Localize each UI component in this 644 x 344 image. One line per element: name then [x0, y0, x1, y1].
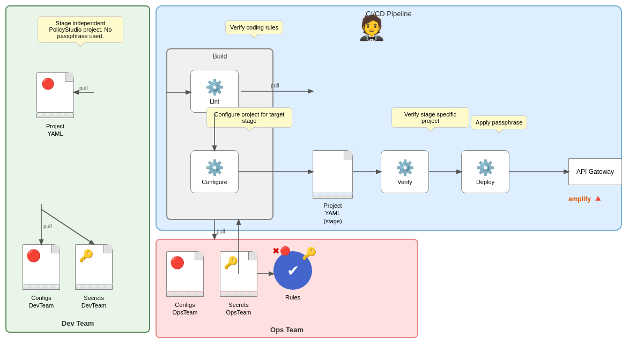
- deploy-process: ⚙️ Deploy: [461, 150, 509, 193]
- verify-gear-icon: ⚙️: [396, 159, 414, 177]
- configs-devteam-label: ConfigsDevTeam: [23, 294, 60, 310]
- jenkins-icon: 🤵: [357, 13, 387, 42]
- ops-team-label: Ops Team: [270, 326, 304, 334]
- callout-verify-stage: Verify stage specific project: [391, 107, 469, 128]
- rules-label: Rules: [273, 294, 312, 301]
- verify-process: ⚙️ Verify: [381, 150, 429, 193]
- build-label: Build: [213, 53, 227, 60]
- secrets-devteam-label: SecretsDevTeam: [75, 294, 113, 310]
- configs-opsteam-doc: 🔴 ConfigsOpsTeam: [166, 251, 204, 317]
- configs-devteam-doc: 🔴 ConfigsDevTeam: [23, 244, 60, 310]
- project-yaml-doc: ● 🔴 ProjectYAML: [36, 72, 74, 138]
- callout-stage-independent: Stage independent PolicyStudio project. …: [38, 16, 123, 43]
- diagram-container: Dev Team CI/CD Pipeline Build Ops Team S…: [0, 0, 644, 344]
- configure-gear-icon: ⚙️: [205, 159, 224, 177]
- project-yaml-label: ProjectYAML: [36, 122, 74, 138]
- verify-label: Verify: [397, 179, 412, 185]
- project-yaml-stage-label: ProjectYAML(stage): [313, 202, 353, 225]
- rules-item: ✔ 🔑 ✖ 🔴 Rules: [273, 251, 312, 301]
- secrets-opsteam-doc: 🔑 SecretsOpsTeam: [220, 251, 257, 317]
- secrets-devteam-doc: 🔑 SecretsDevTeam: [75, 244, 113, 310]
- callout-configure-project: Configure project for target stage: [206, 107, 292, 128]
- secrets-opsteam-label: SecretsOpsTeam: [220, 301, 257, 317]
- lint-process: ⚙️ Lint: [190, 70, 239, 113]
- lint-gear-icon: ⚙️: [205, 78, 224, 96]
- project-yaml-stage-doc: ProjectYAML(stage): [313, 150, 353, 225]
- configure-process: ⚙️ Configure: [190, 150, 239, 193]
- callout-apply-passphrase: Apply passphrase: [471, 115, 527, 129]
- deploy-label: Deploy: [476, 179, 494, 185]
- amplify-logo: amplify 🔺: [568, 193, 603, 203]
- deploy-gear-icon: ⚙️: [476, 159, 495, 177]
- lint-label: Lint: [210, 98, 219, 105]
- callout-verify-coding: Verify coding rules: [225, 20, 283, 34]
- configs-opsteam-label: ConfigsOpsTeam: [166, 301, 204, 317]
- dev-team-label: Dev Team: [62, 319, 94, 327]
- api-gateway-box: API Gateway: [568, 158, 622, 185]
- configure-label: Configure: [202, 179, 227, 185]
